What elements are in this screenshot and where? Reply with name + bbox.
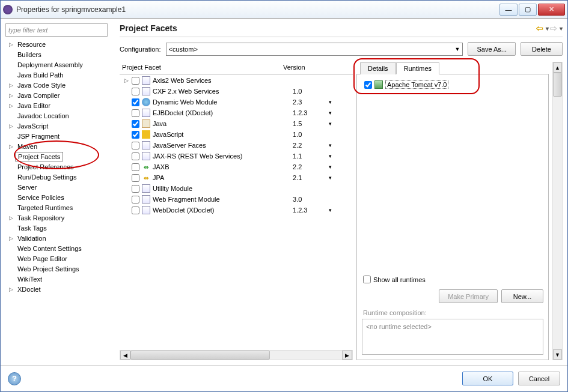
facet-checkbox[interactable] [132, 174, 139, 182]
facet-checkbox[interactable] [132, 152, 139, 160]
sidebar-item[interactable]: Javadoc Location [5, 110, 114, 121]
show-all-checkbox[interactable] [363, 276, 371, 283]
ok-button[interactable]: OK [462, 372, 513, 385]
scrollbar-thumb[interactable] [130, 351, 270, 360]
facet-row[interactable]: Dynamic Web Module2.3▾ [120, 97, 353, 107]
sidebar-item[interactable]: Targeted Runtimes [5, 202, 114, 213]
scroll-up-icon[interactable]: ▲ [553, 62, 562, 73]
facet-checkbox[interactable] [132, 120, 139, 128]
nav-back-icon[interactable]: ⇦ [536, 23, 543, 33]
scroll-down-icon[interactable]: ▼ [553, 349, 562, 360]
runtime-list[interactable]: Apache Tomcat v7.0 [362, 79, 543, 273]
expand-icon[interactable]: ▷ [9, 92, 15, 98]
sidebar-item[interactable]: ▷Java Code Style [5, 80, 114, 90]
facet-row[interactable]: WebDoclet (XDoclet)1.2.3▾ [120, 205, 353, 216]
sidebar-item[interactable]: Builders [5, 49, 114, 59]
facet-row[interactable]: EJBDoclet (XDoclet)1.2.3▾ [120, 107, 353, 118]
vertical-scrollbar[interactable]: ▲ ▼ [552, 62, 563, 360]
version-dropdown-icon[interactable]: ▾ [329, 121, 353, 127]
sidebar-item[interactable]: Service Policies [5, 192, 114, 202]
facet-row[interactable]: JAX-RS (REST Web Services)1.1▾ [120, 151, 353, 161]
facet-row[interactable]: ⇔JAXB2.2▾ [120, 161, 353, 172]
facet-checkbox[interactable] [132, 163, 139, 171]
sidebar-item[interactable]: ▷Maven [5, 141, 114, 151]
sidebar-item[interactable]: WikiText [5, 274, 114, 284]
facets-list[interactable]: ▷Axis2 Web ServicesCXF 2.x Web Services1… [120, 75, 353, 348]
facet-row[interactable]: JavaServer Faces2.2▾ [120, 140, 353, 151]
facet-checkbox[interactable] [132, 131, 139, 139]
column-header-facet[interactable]: Project Facet [120, 62, 281, 73]
maximize-button[interactable]: ▢ [519, 4, 537, 16]
version-dropdown-icon[interactable]: ▾ [329, 153, 353, 159]
make-primary-button[interactable]: Make Primary [439, 289, 498, 303]
facet-checkbox[interactable] [132, 196, 139, 204]
facet-checkbox[interactable] [132, 77, 139, 85]
sidebar-item[interactable]: ▷Java Compiler [5, 90, 114, 100]
new-runtime-button[interactable]: New... [501, 289, 543, 303]
sidebar-item[interactable]: Project Facets [5, 151, 114, 161]
runtime-checkbox[interactable] [364, 81, 372, 89]
save-as-button[interactable]: Save As... [468, 42, 516, 56]
minimize-button[interactable]: ― [499, 4, 518, 16]
expand-icon[interactable]: ▷ [9, 286, 15, 292]
version-dropdown-icon[interactable]: ▾ [329, 207, 353, 213]
expand-icon[interactable]: ▷ [9, 123, 15, 129]
facet-row[interactable]: Utility Module [120, 183, 353, 194]
sidebar-item[interactable]: Project References [5, 161, 114, 172]
version-dropdown-icon[interactable]: ▾ [329, 175, 353, 181]
facet-checkbox[interactable] [132, 98, 139, 106]
tab-details[interactable]: Details [360, 62, 396, 74]
sidebar-item[interactable]: Web Project Settings [5, 264, 114, 274]
column-header-version[interactable]: Version [281, 62, 353, 73]
horizontal-scrollbar[interactable]: ◀ ▶ [120, 350, 353, 360]
close-button[interactable]: ✕ [538, 4, 565, 16]
facet-checkbox[interactable] [132, 142, 139, 149]
sidebar-item[interactable]: ▷Validation [5, 233, 114, 243]
expand-icon[interactable]: ▷ [9, 41, 15, 47]
facet-row[interactable]: ▷Axis2 Web Services [120, 75, 353, 86]
version-dropdown-icon[interactable]: ▾ [329, 99, 353, 105]
delete-button[interactable]: Delete [521, 42, 563, 56]
facet-checkbox[interactable] [132, 88, 139, 95]
facet-row[interactable]: ⇔JPA2.1▾ [120, 172, 353, 183]
tab-runtimes[interactable]: Runtimes [396, 62, 439, 74]
filter-input[interactable] [5, 23, 108, 37]
vscrollbar-thumb[interactable] [553, 73, 562, 97]
nav-back-menu[interactable]: ▾ [546, 25, 549, 32]
expand-icon[interactable]: ▷ [9, 143, 15, 149]
sidebar-item[interactable]: ▷Resource [5, 39, 114, 49]
sidebar-item[interactable]: Run/Debug Settings [5, 172, 114, 182]
facet-row[interactable]: JavaScript1.0 [120, 129, 353, 140]
category-tree[interactable]: ▷ResourceBuildersDeployment AssemblyJava… [5, 39, 114, 360]
scroll-right-icon[interactable]: ▶ [342, 351, 352, 360]
sidebar-item[interactable]: ▷Task Repository [5, 213, 114, 223]
scroll-left-icon[interactable]: ◀ [120, 351, 130, 360]
sidebar-item[interactable]: Task Tags [5, 223, 114, 233]
version-dropdown-icon[interactable]: ▾ [329, 110, 353, 116]
sidebar-item[interactable]: Web Page Editor [5, 253, 114, 264]
configuration-select[interactable]: <custom> ▼ [166, 43, 463, 56]
nav-fwd-icon[interactable]: ⇨ [550, 23, 557, 33]
sidebar-item[interactable]: Web Content Settings [5, 243, 114, 253]
runtime-item[interactable]: Apache Tomcat v7.0 [362, 79, 543, 90]
expand-icon[interactable]: ▷ [9, 215, 15, 221]
sidebar-item[interactable]: ▷XDoclet [5, 284, 114, 294]
version-dropdown-icon[interactable]: ▾ [329, 142, 353, 148]
sidebar-item[interactable]: ▷Java Editor [5, 100, 114, 110]
facet-row[interactable]: CXF 2.x Web Services1.0 [120, 86, 353, 97]
facet-row[interactable]: Web Fragment Module3.0 [120, 194, 353, 205]
expand-icon[interactable]: ▷ [124, 77, 132, 83]
sidebar-item[interactable]: Deployment Assembly [5, 59, 114, 70]
sidebar-item[interactable]: ▷JavaScript [5, 121, 114, 131]
expand-icon[interactable]: ▷ [9, 235, 15, 241]
sidebar-item[interactable]: Java Build Path [5, 70, 114, 80]
expand-icon[interactable]: ▷ [9, 82, 15, 88]
nav-fwd-menu[interactable]: ▾ [560, 25, 563, 32]
sidebar-item[interactable]: Server [5, 182, 114, 192]
cancel-button[interactable]: Cancel [518, 372, 560, 385]
facet-checkbox[interactable] [132, 207, 139, 214]
help-icon[interactable]: ? [8, 372, 21, 385]
expand-icon[interactable]: ▷ [9, 103, 15, 109]
version-dropdown-icon[interactable]: ▾ [329, 164, 353, 170]
sidebar-item[interactable]: JSP Fragment [5, 131, 114, 141]
